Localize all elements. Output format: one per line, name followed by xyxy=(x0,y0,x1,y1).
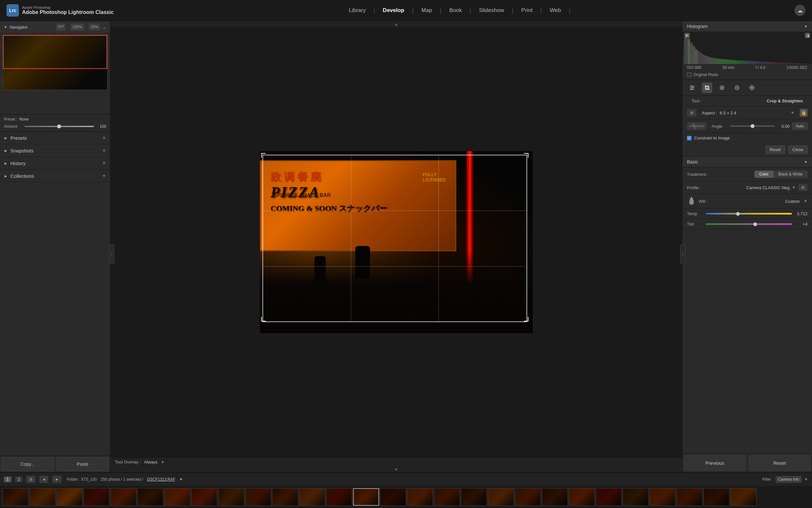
angle-slider[interactable] xyxy=(730,125,775,127)
nav-library[interactable]: Library xyxy=(344,5,370,15)
film-thumb-2[interactable] xyxy=(30,488,55,506)
settings-tool-icon[interactable] xyxy=(747,83,757,93)
amount-slider[interactable] xyxy=(25,126,94,127)
filmstrip-prev-btn[interactable]: ◄ xyxy=(39,476,48,483)
film-thumb-4[interactable] xyxy=(84,488,109,506)
film-thumb-1[interactable] xyxy=(3,488,29,506)
film-thumb-selected[interactable] xyxy=(353,488,379,506)
constrain-checkbox[interactable]: ✓ xyxy=(687,136,691,140)
nav-web[interactable]: Web xyxy=(545,5,566,15)
lock-button[interactable]: 🔒 xyxy=(800,109,807,117)
filmstrip-filename[interactable]: DSCF1313.RAF xyxy=(147,477,176,482)
film-thumb-25[interactable] xyxy=(650,488,676,506)
heal-tool-icon[interactable] xyxy=(717,83,727,93)
nav-map[interactable]: Map xyxy=(417,5,436,15)
filmstrip-file-arrow[interactable]: ▼ xyxy=(179,477,183,482)
treatment-bw-button[interactable]: Black & White xyxy=(773,171,807,178)
history-panel-item[interactable]: ▶ History × xyxy=(0,157,110,170)
masking-tool-icon[interactable] xyxy=(732,83,742,93)
previous-button[interactable]: Previous xyxy=(684,455,746,471)
film-thumb-15[interactable] xyxy=(380,488,406,506)
profile-grid-button[interactable]: ⊞ xyxy=(798,184,807,191)
original-photo-checkbox[interactable] xyxy=(687,73,691,77)
film-thumb-23[interactable] xyxy=(596,488,622,506)
filmstrip-page-2[interactable]: 2 xyxy=(15,476,23,482)
bottom-panel-collapse-arrow[interactable]: ▼ xyxy=(110,466,682,472)
crop-reset-button[interactable]: Reset xyxy=(766,145,785,154)
tint-slider[interactable] xyxy=(706,223,792,225)
film-thumb-28[interactable] xyxy=(730,488,757,506)
histogram-icon-tr[interactable]: ◨ xyxy=(805,33,810,38)
nav-slideshow[interactable]: Slideshow xyxy=(475,5,509,15)
film-thumb-7[interactable] xyxy=(164,488,190,506)
left-panel-collapse-button[interactable]: ‹ xyxy=(109,244,114,264)
zoom-25-btn[interactable]: 25% xyxy=(89,24,100,30)
film-thumb-16[interactable] xyxy=(407,488,433,506)
zoom-down-arrow[interactable]: ⌄ xyxy=(102,24,106,30)
snapshots-panel-item[interactable]: ▶ Snapshots + xyxy=(0,144,110,157)
right-panel-collapse-button[interactable]: › xyxy=(680,244,685,264)
profile-value[interactable]: Camera CLASSIC Neg. xyxy=(747,185,791,190)
wb-dropdown-icon[interactable]: ▼ xyxy=(804,199,807,204)
basic-collapse-icon[interactable]: ▼ xyxy=(804,160,807,164)
top-panel-collapse-arrow[interactable]: ▲ xyxy=(110,21,682,27)
copy-button[interactable]: Copy... xyxy=(1,457,54,471)
film-thumb-6[interactable] xyxy=(137,488,163,506)
crop-tool-icon[interactable] xyxy=(702,83,712,93)
image-viewer[interactable]: 政 调 餐 廃 FULLYLICENSED PIZZA JAPANESE SNA… xyxy=(110,27,682,457)
aspect-icon[interactable]: ⊞ xyxy=(687,109,697,117)
aspect-dropdown-icon[interactable]: ▼ xyxy=(791,111,795,115)
presets-add-btn[interactable]: + xyxy=(103,135,105,141)
film-thumb-27[interactable] xyxy=(704,488,729,506)
snapshots-add-btn[interactable]: + xyxy=(103,147,105,154)
history-close-btn[interactable]: × xyxy=(103,160,105,166)
film-thumb-3[interactable] xyxy=(56,488,83,506)
film-thumb-20[interactable] xyxy=(515,488,541,506)
filmstrip-next-btn[interactable]: ► xyxy=(52,476,61,483)
crop-close-button[interactable]: Close xyxy=(788,145,807,154)
film-thumb-19[interactable] xyxy=(488,488,514,506)
navigator-collapse-icon[interactable]: ▼ xyxy=(4,25,7,29)
collections-panel-item[interactable]: ▶ Collections + xyxy=(0,170,110,182)
nav-print[interactable]: Print xyxy=(517,5,537,15)
film-thumb-24[interactable] xyxy=(623,488,649,506)
tool-overlay-arrow[interactable]: ▼ xyxy=(161,460,165,464)
temperature-slider[interactable] xyxy=(706,213,792,214)
white-balance-dropper[interactable] xyxy=(687,197,696,206)
zoom-100-btn[interactable]: 100% xyxy=(71,24,84,30)
film-thumb-10[interactable] xyxy=(245,488,271,506)
histogram-icon-tl[interactable]: ◩ xyxy=(684,33,689,38)
filmstrip-page-1[interactable]: 1 xyxy=(4,476,11,482)
treatment-color-button[interactable]: Color xyxy=(755,171,774,178)
presets-panel-item[interactable]: ▶ Presets + xyxy=(0,132,110,144)
film-thumb-21[interactable] xyxy=(542,488,568,506)
filter-select[interactable]: Camera Info xyxy=(776,476,802,483)
reset-button[interactable]: Reset xyxy=(749,455,811,471)
film-thumb-8[interactable] xyxy=(191,488,217,506)
filmstrip-grid-btn[interactable]: ⊞ xyxy=(26,476,35,483)
film-thumb-13[interactable] xyxy=(326,488,352,506)
film-thumb-5[interactable] xyxy=(110,488,136,506)
film-thumb-18[interactable] xyxy=(461,488,487,506)
histogram-collapse-icon[interactable]: ▼ xyxy=(804,25,807,28)
angle-auto-button[interactable]: Auto xyxy=(792,123,807,130)
film-thumb-22[interactable] xyxy=(569,488,595,506)
collections-add-btn[interactable]: + xyxy=(103,173,105,179)
nav-develop[interactable]: Develop xyxy=(378,5,409,15)
tool-overlay-value[interactable]: Always xyxy=(144,460,157,464)
paste-button[interactable]: Paste xyxy=(56,457,109,471)
angle-icon[interactable] xyxy=(687,122,707,130)
wb-value[interactable]: Custom xyxy=(785,199,800,204)
film-thumb-9[interactable] xyxy=(218,488,244,506)
filter-arrow[interactable]: ▼ xyxy=(804,477,808,482)
cloud-sync-button[interactable]: ☁ xyxy=(795,5,806,16)
zoom-fit-btn[interactable]: FIT xyxy=(56,24,65,30)
navigator-preview-area[interactable] xyxy=(3,35,107,90)
basic-adjustments-tool-icon[interactable] xyxy=(687,83,697,93)
film-thumb-17[interactable] xyxy=(434,488,460,506)
film-thumb-26[interactable] xyxy=(677,488,703,506)
nav-book[interactable]: Book xyxy=(445,5,466,15)
film-thumb-11[interactable] xyxy=(272,488,298,506)
profile-dropdown-icon[interactable]: ▼ xyxy=(792,185,796,190)
film-thumb-12[interactable] xyxy=(299,488,325,506)
